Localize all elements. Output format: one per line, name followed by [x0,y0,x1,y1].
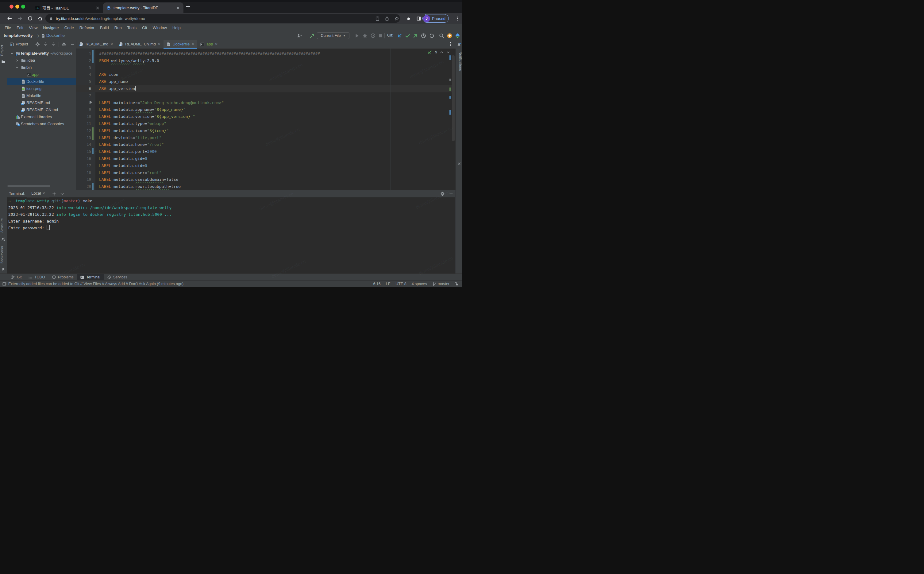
back-icon[interactable] [7,16,12,21]
reload-icon[interactable] [27,16,33,21]
tree-item-external-libraries[interactable]: External Libraries [7,114,76,121]
browser-tab[interactable]: </>template-wetty - TitanIDE [103,2,184,13]
history-clock-icon[interactable] [421,33,426,39]
tree-item-dockerfile[interactable]: Dockerfile [7,78,76,85]
line-number[interactable]: 20 [76,183,91,190]
line-number[interactable]: 3 [76,65,91,71]
close-icon[interactable]: ✕ [215,42,218,46]
line-number[interactable]: 13 [76,134,91,142]
tool-button-git[interactable]: Git [7,274,25,281]
close-icon[interactable] [176,6,181,10]
home-icon[interactable] [38,16,43,21]
line-number[interactable]: 4 [76,71,91,78]
rollback-icon[interactable] [429,33,435,39]
collapse-all-icon[interactable] [51,42,56,47]
menu-edit[interactable]: Edit [14,25,26,30]
horizontal-scrollbar[interactable] [7,185,50,187]
line-number[interactable]: 19 [76,176,91,183]
layout-icon[interactable] [2,281,7,286]
menu-git[interactable]: Git [139,25,150,30]
gutter-run-triangle-icon[interactable] [90,101,92,104]
line-number[interactable]: 10 [76,113,91,120]
chevron-down-icon[interactable] [10,52,14,55]
tree-item-bin[interactable]: bin [7,64,76,71]
line-number[interactable]: 8 [76,99,91,107]
side-panel-icon[interactable] [416,16,421,21]
clipboard-icon[interactable] [375,16,380,21]
menu-build[interactable]: Build [97,25,112,30]
user-settings-icon[interactable] [297,33,302,39]
terminal-settings-icon[interactable] [440,192,445,196]
code-area[interactable]: ########################################… [99,50,456,190]
browser-tab[interactable]: ‹t›项目 - TitanIDE [32,2,103,13]
build-hammer-icon[interactable] [309,33,315,39]
git-update-icon[interactable] [397,33,402,39]
menu-tools[interactable]: Tools [124,25,139,30]
line-number[interactable]: 12 [76,128,91,134]
new-tab-button[interactable] [185,4,191,9]
line-number[interactable]: 2 [76,57,91,65]
tool-button-terminal[interactable]: Terminal [77,274,104,281]
minimize-terminal-icon[interactable] [449,192,453,196]
profile-paused-button[interactable]: J Paused [423,14,449,23]
line-number[interactable]: 16 [76,155,91,162]
bookmark-star-icon[interactable] [394,16,399,21]
menu-view[interactable]: View [26,25,40,30]
tree-item-makefile[interactable]: Makefile [7,92,76,99]
menu-file[interactable]: File [2,25,14,30]
menu-refactor[interactable]: Refactor [77,25,97,30]
editor-tab-dockerfile[interactable]: Dockerfile✕ [163,40,198,49]
line-number[interactable]: 14 [76,141,91,148]
run-coverage-icon[interactable] [370,33,376,39]
menu-window[interactable]: Window [150,25,170,30]
search-icon[interactable] [439,33,445,39]
line-number[interactable]: 5 [76,78,91,85]
close-icon[interactable]: ✕ [158,42,161,46]
tree-item-app[interactable]: app [7,71,76,78]
git-branch[interactable]: master [432,282,449,286]
git-commit-icon[interactable] [405,33,410,39]
forward-icon[interactable] [17,16,23,21]
menu-navigate[interactable]: Navigate [40,25,61,30]
inspections-widget[interactable]: 9 [427,50,450,55]
tree-item-template-wetty[interactable]: template-wetty ~/workspace [7,50,76,57]
new-terminal-icon[interactable] [52,192,57,196]
terminal-output[interactable]: → template-wetty git:(master) make2023-0… [7,197,455,274]
project-panel-title[interactable]: Project [16,42,28,46]
chevron-right-icon[interactable] [15,58,19,62]
line-numbers[interactable]: 123456789101112131415161718192021 [76,50,91,190]
hide-panel-icon[interactable] [70,42,75,47]
tool-button-services[interactable]: Services [104,274,131,281]
git-push-icon[interactable] [413,33,418,39]
editor-options-icon[interactable] [448,42,453,47]
folder-icon[interactable] [1,60,6,64]
chevron-down-icon[interactable] [446,50,450,54]
terminal-dropdown-icon[interactable] [60,192,64,196]
line-number[interactable]: 17 [76,162,91,169]
menu-run[interactable]: Run [112,25,124,30]
breadcrumb-file[interactable]: Dockerfile [46,33,65,38]
stop-icon[interactable] [378,33,383,39]
line-number[interactable]: 9 [76,106,91,113]
editor-tab-readme-md[interactable]: MDREADME.md✕ [76,40,116,49]
line-number[interactable]: 15 [76,148,91,155]
extensions-icon[interactable] [407,16,412,21]
caret-position[interactable]: 6:16 [373,282,380,286]
line-ending[interactable]: LF [386,282,391,286]
close-window-button[interactable] [9,5,14,9]
close-icon[interactable]: ✕ [42,191,46,196]
debug-icon[interactable] [362,33,368,39]
run-configuration-select[interactable]: Current File ▼ [317,32,349,39]
minimize-window-button[interactable] [15,5,19,9]
line-number[interactable]: 18 [76,169,91,177]
run-icon[interactable] [354,33,360,39]
unlock-icon[interactable] [455,282,459,286]
tree-item--idea[interactable]: .idea [7,57,76,64]
line-number[interactable]: 11 [76,120,91,128]
file-encoding[interactable]: UTF-8 [395,282,406,286]
tree-item-icon-png[interactable]: icon.png [7,85,76,92]
status-message[interactable]: Externally added files can be added to G… [8,282,184,286]
tree-item-readme-md[interactable]: MDREADME.md [7,99,76,107]
chevron-up-icon[interactable] [440,50,443,54]
line-number[interactable]: 7 [76,92,91,99]
